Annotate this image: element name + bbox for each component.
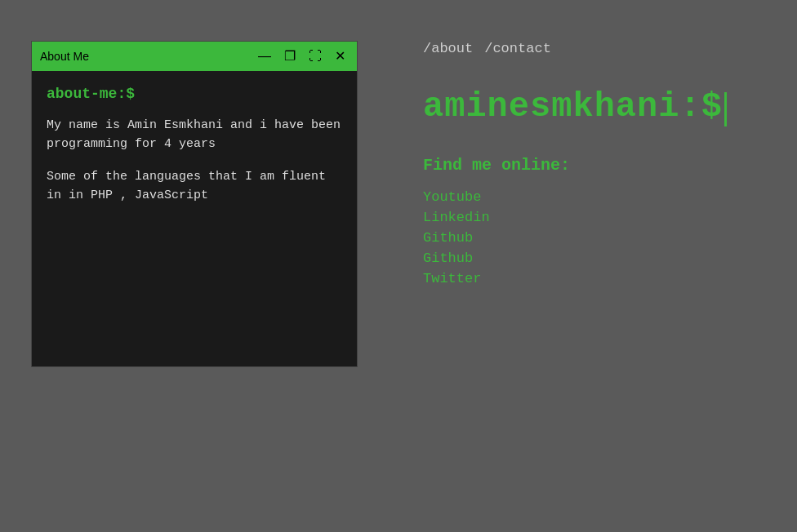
social-link-github-1[interactable]: Github (423, 230, 797, 246)
find-online-label: Find me online: (423, 156, 797, 175)
terminal-titlebar: About Me — ❐ ⛶ ✕ (32, 42, 357, 71)
social-link-github-2[interactable]: Github (423, 250, 797, 266)
nav-about[interactable]: /about (423, 41, 473, 56)
terminal-title: About Me (40, 50, 89, 63)
social-links: Youtube Linkedin Github Github Twitter (423, 189, 797, 286)
terminal-text-1: My name is Amin Esmkhani and i have been… (47, 117, 342, 153)
right-panel: /about /contact aminesmkhani:$ Find me o… (358, 41, 797, 532)
social-link-youtube[interactable]: Youtube (423, 189, 797, 205)
terminal-controls: — ❐ ⛶ ✕ (255, 48, 349, 64)
nav-links: /about /contact (423, 41, 797, 56)
social-link-twitter[interactable]: Twitter (423, 271, 797, 286)
terminal-text-2: Some of the languages that I am fluent i… (47, 168, 342, 205)
terminal-body: about-me:$ My name is Amin Esmkhani and … (32, 71, 357, 366)
restore-button[interactable]: ❐ (281, 48, 299, 64)
site-title: aminesmkhani:$ (423, 87, 797, 126)
social-link-linkedin[interactable]: Linkedin (423, 210, 797, 225)
nav-contact[interactable]: /contact (484, 41, 551, 56)
maximize-button[interactable]: ⛶ (305, 48, 325, 64)
cursor-blink (724, 92, 727, 126)
close-button[interactable]: ✕ (332, 48, 349, 64)
terminal-prompt: about-me:$ (47, 86, 342, 102)
terminal-window: About Me — ❐ ⛶ ✕ about-me:$ My name is A… (31, 41, 358, 367)
minimize-button[interactable]: — (255, 48, 274, 64)
main-container: About Me — ❐ ⛶ ✕ about-me:$ My name is A… (0, 0, 797, 532)
